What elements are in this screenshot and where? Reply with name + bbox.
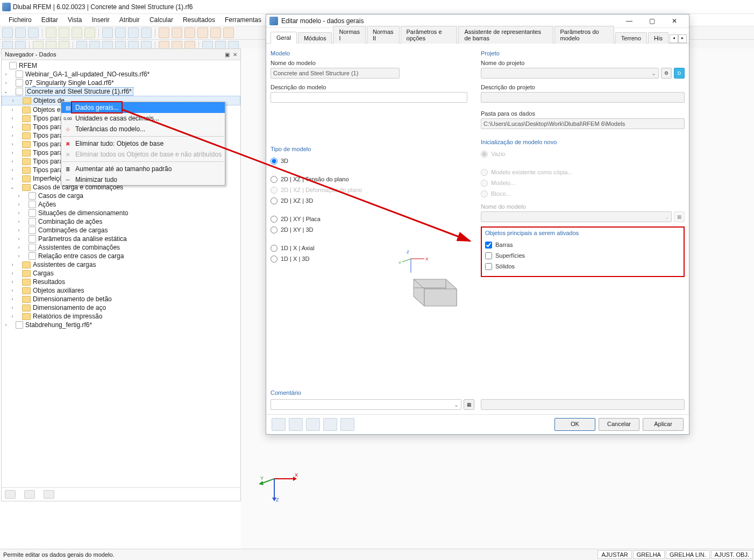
toolbar-icon[interactable] — [184, 27, 195, 38]
status-cell[interactable]: GRELHA LIN. — [666, 550, 710, 559]
tree-folder[interactable]: Tipos para — [33, 132, 63, 139]
nav-footer-icon[interactable] — [5, 490, 16, 499]
input-nome-projeto[interactable]: ⌄ — [481, 68, 659, 79]
menu-resultados[interactable]: Resultados — [179, 15, 219, 25]
tab-scroll-right[interactable]: ▸ — [678, 34, 687, 43]
tree-file[interactable]: Webinar_GA-1_all-updated_NO-results.rf6* — [25, 70, 150, 78]
ok-button[interactable]: OK — [554, 418, 595, 431]
toolbar-icon[interactable] — [59, 27, 69, 38]
check-solidos[interactable]: Sólidos — [485, 261, 680, 272]
tree-folder[interactable]: Objetos es — [33, 106, 63, 114]
tree-folder[interactable]: Tipos para — [33, 123, 63, 131]
tree-folder[interactable]: Cargas — [33, 270, 54, 277]
toolbar-icon[interactable] — [197, 27, 208, 38]
tree-folder-objetos-base[interactable]: Objetos de — [33, 97, 65, 104]
footer-icon[interactable] — [340, 418, 354, 431]
tree-item[interactable]: Parâmetros da análise estática — [38, 235, 127, 243]
radio-2d-xy-placa[interactable]: 2D | XY | Placa — [271, 214, 474, 224]
tree-folder[interactable]: Assistentes de cargas — [33, 261, 96, 268]
tab-normas-1[interactable]: Normas I — [333, 26, 366, 44]
check-superficies[interactable]: Superfícies — [485, 250, 680, 261]
status-cell[interactable]: AJUST. OBJ. — [711, 550, 753, 559]
tree-folder[interactable]: Tipos para — [33, 140, 63, 148]
minimize-button[interactable]: — — [618, 15, 641, 27]
project-manager-button[interactable]: ⚙ — [661, 68, 672, 79]
input-nome-modelo[interactable]: Concrete and Steel Structure (1) — [271, 68, 400, 79]
tree-folder[interactable]: Tipos para — [33, 115, 63, 122]
close-icon[interactable]: ✕ — [233, 52, 237, 58]
ctx-minimizar[interactable]: ─Minimizar tudo — [61, 174, 225, 185]
radio-3d[interactable]: 3D — [271, 155, 474, 166]
toolbar-icon[interactable] — [210, 27, 221, 38]
toolbar-icon[interactable] — [2, 27, 13, 38]
comment-pick-button[interactable]: ▦ — [464, 399, 474, 410]
menu-vista[interactable]: Vista — [63, 15, 86, 25]
project-cloud-button[interactable]: D — [674, 68, 685, 79]
ctx-unidades[interactable]: 0,00Unidades e casas decimais... — [61, 113, 225, 124]
status-cell[interactable]: GRELHA — [633, 550, 665, 559]
ctx-eliminar-tudo[interactable]: ✖Eliminar tudo: Objetos de base — [61, 138, 225, 149]
tree-folder[interactable]: Objetos auxiliares — [33, 287, 84, 294]
menu-ferramentas[interactable]: Ferramentas — [220, 15, 266, 25]
tree-folder[interactable]: Dimensionamento de aço — [33, 304, 106, 311]
tree-folder[interactable]: Tipos para — [33, 149, 63, 157]
toolbar-icon[interactable] — [172, 27, 182, 38]
nav-footer-icon[interactable] — [44, 490, 54, 499]
radio-2d-xz-tensao[interactable]: 2D | XZ | Tensão do plano — [271, 174, 474, 185]
menu-inserir[interactable]: Inserir — [88, 15, 114, 25]
tab-his[interactable]: His — [648, 32, 668, 44]
tree-file-active[interactable]: Concrete and Steel Structure (1).rf6* — [25, 87, 133, 96]
cancel-button[interactable]: Cancelar — [599, 418, 639, 431]
tree-folder[interactable]: Resultados — [33, 278, 65, 286]
toolbar-icon[interactable] — [15, 27, 26, 38]
close-button[interactable]: ✕ — [663, 15, 686, 27]
tree-folder[interactable]: Tipos para — [33, 158, 63, 165]
toolbar-icon[interactable] — [84, 27, 95, 38]
tree-item[interactable]: Ações — [38, 201, 56, 208]
toolbar-icon[interactable] — [141, 27, 152, 38]
toolbar-icon[interactable] — [159, 27, 169, 38]
maximize-button[interactable]: ▢ — [641, 15, 663, 27]
radio-2d-xy-3d[interactable]: 2D | XY | 3D — [271, 224, 474, 235]
footer-icon[interactable] — [272, 418, 286, 431]
tree-root[interactable]: RFEM — [19, 62, 37, 69]
tree-item[interactable]: Situações de dimensionamento — [38, 209, 128, 217]
tree-folder[interactable]: Tipos para — [33, 166, 63, 174]
footer-icon[interactable] — [289, 418, 303, 431]
tree-item[interactable]: Relação entre casos de carga — [38, 252, 124, 260]
tab-scroll-left[interactable]: ◂ — [670, 34, 678, 43]
tree-file[interactable]: 07_Singularity Single Load.rf6* — [25, 79, 114, 87]
tree-folder[interactable]: Relatórios de impressão — [33, 313, 102, 320]
tab-normas-2[interactable]: Normas II — [367, 26, 400, 44]
tab-geral[interactable]: Geral — [271, 32, 297, 44]
ctx-dados-gerais[interactable]: ▤Dados gerais... — [61, 102, 225, 113]
footer-icon[interactable] — [306, 418, 320, 431]
input-comentario[interactable]: ⌄ — [271, 399, 461, 410]
tab-assistente[interactable]: Assistente de representantes de barras — [458, 26, 553, 44]
footer-icon[interactable] — [323, 418, 337, 431]
ctx-aumentar[interactable]: ≣Aumentar até ao tamanho padrão — [61, 164, 225, 174]
tree-folder[interactable]: Dimensionamento de betão — [33, 295, 112, 303]
toolbar-icon[interactable] — [223, 27, 234, 38]
tab-terreno[interactable]: Terreno — [615, 32, 647, 44]
dock-icon[interactable]: ▣ — [225, 52, 230, 58]
status-cell[interactable]: AJUSTAR — [597, 550, 631, 559]
toolbar-icon[interactable] — [28, 27, 39, 38]
toolbar-icon[interactable] — [128, 27, 139, 38]
input-desc-modelo[interactable] — [271, 92, 467, 103]
toolbar-icon[interactable] — [46, 27, 56, 38]
menu-editar[interactable]: Editar — [37, 15, 62, 25]
toolbar-icon[interactable] — [115, 27, 126, 38]
check-barras[interactable]: Barras — [485, 239, 680, 250]
toolbar-icon[interactable] — [72, 27, 82, 38]
tab-modulos[interactable]: Módulos — [298, 32, 332, 44]
tab-param-modelo[interactable]: Parâmetros do modelo — [554, 26, 614, 44]
tree-item[interactable]: Combinação de ações — [38, 218, 102, 225]
tree-item[interactable]: Combinações de cargas — [38, 226, 108, 234]
apply-button[interactable]: Aplicar — [643, 418, 684, 431]
menu-atribuir[interactable]: Atribuir — [115, 15, 144, 25]
tab-parametros[interactable]: Parâmetros e opções — [401, 26, 458, 44]
tree-item[interactable]: Assistentes de combinações — [38, 244, 120, 251]
menu-ficheiro[interactable]: Ficheiro — [4, 15, 36, 25]
tree-item[interactable]: Casos de carga — [38, 192, 83, 200]
